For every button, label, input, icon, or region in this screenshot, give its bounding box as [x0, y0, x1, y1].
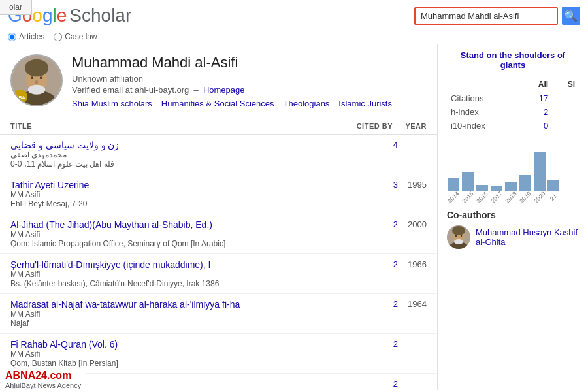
stat-si-0 [552, 91, 579, 106]
avatar: ABA [10, 54, 63, 106]
col-title: TITLE [0, 118, 346, 135]
svg-point-4 [25, 59, 48, 77]
bar-1: 2015 [461, 172, 474, 201]
tag-theologians[interactable]: Theologians [284, 99, 330, 108]
paper-authors-5: MM Asifi [10, 350, 340, 359]
homepage-link[interactable]: Homepage [203, 85, 245, 95]
paper-venue-0: قله اهل بیت علوم اسلام 11، 0-0 [10, 159, 340, 169]
filter-articles[interactable]: Articles [8, 32, 44, 41]
search-button[interactable]: 🔍 [562, 7, 580, 25]
svg-point-17 [461, 235, 462, 237]
bar-2: 2016 [476, 185, 489, 201]
table-row: Şerhu'l-lümati'd-Dımışkiyye (içinde muka… [0, 254, 437, 294]
paper-title-5[interactable]: Fi Rahab Al-Quran (Vol. 6) [10, 339, 340, 350]
stat-all-2: 0 [521, 119, 552, 133]
bar-5: 2019 [519, 175, 532, 201]
paper-title-1[interactable]: Tathir Ayeti Uzerine [10, 180, 340, 190]
paper-authors-2: MM Asifi [10, 230, 340, 239]
left-panel: ABA Muhammad Mahdi al-Asifi Unknown affi… [0, 44, 438, 390]
svg-point-8 [35, 80, 39, 84]
profile-name: Muhammad Mahdi al-Asifi [72, 54, 392, 71]
svg-point-16 [455, 235, 457, 237]
paper-cited-6[interactable]: 2 [346, 374, 398, 391]
tag-islamic-jurists[interactable]: Islamic Jurists [338, 99, 392, 108]
paper-authors-3: MM Asifi [10, 270, 340, 279]
col-year: YEAR [398, 118, 437, 135]
paper-year-6 [398, 374, 437, 391]
bar-6: 2020 [533, 152, 546, 201]
paper-venue-1: Ehl-i Beyt Mesaj, 7-20 [10, 199, 340, 208]
stats-row: Citations 17 [447, 91, 579, 106]
paper-title-2[interactable]: Al-Jihad (The Jihad)(Abu Maythan al-Shab… [10, 220, 340, 230]
stat-all-1: 2 [521, 105, 552, 119]
table-row: Tathir Ayeti Uzerine MM Asifi Ehl-i Beyt… [0, 174, 437, 214]
giants-text: Stand on the shoulders of giants [447, 50, 579, 70]
paper-venue-3: Bs. (Kelânter baskısı), Câmiatü'n-Necef'… [10, 279, 340, 288]
tab-title: olar [0, 0, 32, 15]
profile-header: ABA Muhammad Mahdi al-Asifi Unknown affi… [0, 44, 437, 115]
profile-affiliation: Unknown affiliation [72, 74, 392, 84]
paper-cited-5[interactable]: 2 [346, 334, 398, 374]
coauthor-avatar-0 [447, 225, 470, 249]
papers-table: TITLE CITED BY YEAR زن و ولایت سیاسی و ق… [0, 118, 437, 390]
paper-cited-1[interactable]: 3 [346, 174, 398, 214]
paper-venue-5: Qom, Bustan Kitab [In Persian] [10, 359, 340, 368]
coauthor-name-0[interactable]: Muhammad Husayn Kashif al-Ghita [476, 227, 579, 247]
svg-point-5 [28, 85, 46, 95]
stat-label-2: i10-index [447, 119, 521, 133]
paper-year-3: 1966 [398, 254, 437, 294]
stat-si-2 [552, 119, 579, 133]
stat-all-0: 17 [521, 91, 552, 106]
table-row: زن و ولایت سیاسی و قضایی محمدمهدی اصفی ق… [0, 135, 437, 174]
paper-cited-0[interactable]: 4 [346, 135, 398, 174]
paper-year-5 [398, 334, 437, 374]
coauthors-heading: Co-authors [447, 210, 579, 220]
tag-humanities[interactable]: Humanities & Social Sciences [161, 99, 274, 108]
bar-chart: 201420152016201720182019202021 [447, 142, 579, 201]
search-input[interactable] [414, 7, 558, 25]
paper-venue-2: Qom: Islamic Propagation Office, Seminar… [10, 239, 340, 248]
profile-email: Verified email at ahl-ul-bayt.org – Home… [72, 85, 392, 95]
bar-0: 2014 [447, 178, 460, 201]
avatar-badge: ABA [13, 90, 27, 104]
paper-cited-4[interactable]: 2 [346, 294, 398, 334]
coauthor-0: Muhammad Husayn Kashif al-Ghita [447, 225, 579, 249]
paper-year-2: 2000 [398, 214, 437, 254]
bar-4: 2018 [504, 182, 517, 201]
stats-row: h-index 2 [447, 105, 579, 119]
svg-point-15 [454, 239, 463, 244]
col-cited: CITED BY [346, 118, 398, 135]
svg-text:ABA: ABA [15, 95, 25, 100]
paper-title-0[interactable]: زن و ولایت سیاسی و قضایی [10, 140, 340, 150]
paper-venue-4: Najaf [10, 319, 340, 328]
paper-title-4[interactable]: Madrasat al-Najaf wa-tatawwur al-haraka … [10, 299, 340, 310]
paper-year-4: 1964 [398, 294, 437, 334]
table-row: Madrasat al-Najaf wa-tatawwur al-haraka … [0, 294, 437, 334]
stats-table: All Si Citations 17 h-index 2 i10-index … [447, 78, 579, 133]
tags: Shia Muslim scholars Humanities & Social… [72, 99, 392, 108]
paper-authors-4: MM Asifi [10, 310, 340, 319]
watermark: ABNA24.com AhlulBayt News Agency [0, 367, 86, 392]
tag-shia[interactable]: Shia Muslim scholars [72, 99, 152, 108]
stat-label-1: h-index [447, 105, 521, 119]
bar-7: 21 [547, 180, 559, 201]
coauthors-list: Muhammad Husayn Kashif al-Ghita [447, 225, 579, 249]
paper-year-1: 1995 [398, 174, 437, 214]
bar-3: 2017 [490, 186, 503, 201]
stats-row: i10-index 0 [447, 119, 579, 133]
profile-info: Muhammad Mahdi al-Asifi Unknown affiliat… [72, 54, 392, 108]
stat-si-1 [552, 105, 579, 119]
table-row: Al-Jihad (The Jihad)(Abu Maythan al-Shab… [0, 214, 437, 254]
paper-title-3[interactable]: Şerhu'l-lümati'd-Dımışkiyye (içinde muka… [10, 259, 340, 270]
paper-authors-1: MM Asifi [10, 190, 340, 199]
svg-point-6 [31, 76, 33, 79]
paper-cited-2[interactable]: 2 [346, 214, 398, 254]
svg-point-7 [40, 76, 42, 79]
paper-cited-3[interactable]: 2 [346, 254, 398, 294]
right-panel: Stand on the shoulders of giants All Si … [438, 44, 588, 390]
paper-authors-0: محمدمهدی اصفی [10, 150, 340, 159]
svg-point-14 [452, 226, 465, 235]
filter-case-law[interactable]: Case law [54, 32, 97, 41]
paper-year-0 [398, 135, 437, 174]
search-icon: 🔍 [564, 10, 578, 22]
